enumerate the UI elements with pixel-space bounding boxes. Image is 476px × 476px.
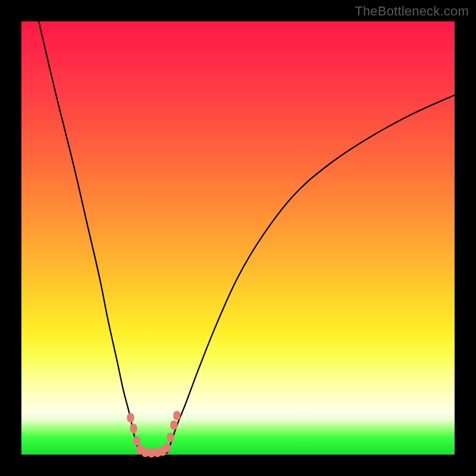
bottleneck-curve-svg xyxy=(21,21,455,455)
marker-bead xyxy=(167,433,174,442)
marker-bead xyxy=(164,443,171,452)
plot-area xyxy=(21,21,455,455)
marker-bead xyxy=(170,421,177,430)
marker-bead xyxy=(133,436,140,446)
highlighted-markers xyxy=(127,411,180,458)
marker-bead xyxy=(173,411,180,420)
marker-bead xyxy=(127,413,134,422)
marker-bead xyxy=(130,424,137,433)
watermark-text: TheBottleneck.com xyxy=(355,4,469,19)
curve-right-branch xyxy=(168,95,455,453)
curve-left-branch xyxy=(39,21,139,452)
chart-frame: TheBottleneck.com xyxy=(0,0,476,476)
